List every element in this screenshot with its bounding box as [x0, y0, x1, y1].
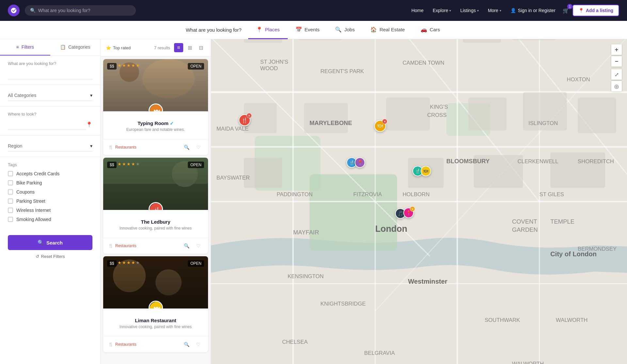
zoom-in-button[interactable]: +	[611, 44, 622, 55]
sign-in-button[interactable]: 👤 Sign in or Register	[506, 5, 559, 16]
real-estate-icon: 🏠	[370, 26, 377, 33]
cart-button[interactable]: 🛒 1	[561, 5, 571, 16]
svg-text:PADDINGTON: PADDINGTON	[277, 191, 313, 198]
location-row: 📍	[8, 119, 92, 130]
marker-circle-7: 📍 ✕	[403, 208, 414, 218]
checkbox-accepts-credit-cards[interactable]	[8, 171, 13, 176]
map-marker-1[interactable]: 🍽 ✕	[374, 120, 386, 132]
search-placeholder-text: What are you looking for?	[38, 8, 90, 13]
category-places[interactable]: 📍 Places	[248, 21, 288, 39]
star-icon: ★	[136, 260, 140, 265]
map-panel[interactable]: ST JOHN'S WOOD REGENT'S PARK MAIDA VALE …	[211, 39, 627, 364]
card-search-button-2[interactable]: 🔍	[182, 340, 191, 349]
zoom-out-button[interactable]: −	[611, 56, 622, 67]
checkbox-coupons[interactable]	[8, 189, 13, 195]
svg-text:CROSS: CROSS	[427, 112, 447, 118]
logo[interactable]	[8, 5, 20, 16]
svg-text:CHELSEA: CHELSEA	[282, 339, 308, 345]
star-icon: ★	[118, 63, 121, 68]
reset-filters-button[interactable]: ↺ Reset Filters	[0, 254, 100, 264]
map-svg: ST JOHN'S WOOD REGENT'S PARK MAIDA VALE …	[211, 39, 627, 364]
nav-more[interactable]: More ▾	[484, 5, 505, 16]
card-search-button-1[interactable]: 🔍	[182, 241, 191, 250]
star-icon: ★	[122, 162, 126, 166]
svg-text:ST JOHN'S: ST JOHN'S	[260, 59, 288, 65]
locate-button[interactable]: ◎	[611, 81, 622, 91]
card-favorite-button-0[interactable]: ♡	[194, 143, 203, 152]
tag-parking-street[interactable]: Parking Street	[8, 198, 92, 204]
map-marker-3[interactable]: 📍	[355, 157, 365, 168]
card-favorite-button-2[interactable]: ♡	[194, 340, 203, 349]
map-marker-7[interactable]: 📍 ✕	[403, 208, 414, 218]
view-list-button[interactable]: ≡	[174, 43, 183, 52]
nav-listings[interactable]: Listings ▾	[456, 5, 482, 16]
tag-smoking-allowed[interactable]: Smoking Allowed	[8, 217, 92, 222]
map-marker-5[interactable]: 🍽	[421, 166, 431, 176]
where-section: Where to look? 📍	[0, 106, 100, 135]
tag-coupons[interactable]: Coupons	[8, 189, 92, 195]
nav-home[interactable]: Home	[408, 5, 427, 16]
card-footer-0: 🍴 Restaurants 🔍 ♡	[103, 139, 208, 155]
svg-rect-28	[578, 98, 616, 133]
tag-bike-parking[interactable]: Bike Parking	[8, 180, 92, 185]
categories-section: All Categories ▾	[0, 85, 100, 106]
search-button[interactable]: 🔍 Search	[8, 235, 92, 250]
card-image-1: $$ ★ ★ ★ ★ ★ OPEN 🍴	[103, 158, 208, 210]
reset-icon: ↺	[36, 254, 39, 259]
card-image-0: $$ ★ ★ ★ ★ ★ OPEN 🍽	[103, 59, 208, 111]
category-jobs[interactable]: 🔍 Jobs	[327, 21, 362, 39]
events-icon: 📅	[296, 26, 302, 33]
star-icon: ★	[118, 260, 121, 265]
view-compact-button[interactable]: ⊟	[196, 43, 205, 52]
category-cars[interactable]: 🚗 Cars	[413, 21, 448, 39]
svg-text:WOOD: WOOD	[260, 65, 278, 71]
category-real-estate[interactable]: 🏠 Real Estate	[362, 21, 413, 39]
star-icon: ★	[127, 63, 131, 68]
svg-rect-17	[298, 39, 342, 40]
card-actions-0: 🔍 ♡	[182, 143, 203, 152]
checkbox-wireless-internet[interactable]	[8, 208, 13, 213]
listing-card-2: $$ ★ ★ ★ ★ ★ OPEN 🍽 Liman Restaurant Inn…	[103, 256, 208, 352]
stars-row-2: ★ ★ ★ ★ ★	[118, 260, 140, 265]
listing-card-1: $$ ★ ★ ★ ★ ★ OPEN 🍴 The Ledbury Innovati…	[103, 158, 208, 254]
svg-text:SHOREDITCH: SHOREDITCH	[578, 158, 614, 165]
card-favorite-button-1[interactable]: ♡	[194, 241, 203, 250]
region-select[interactable]: Region ▾	[8, 141, 92, 151]
svg-rect-25	[386, 98, 430, 131]
nav-explore[interactable]: Explore ▾	[429, 5, 455, 16]
svg-text:BERMONDSEY: BERMONDSEY	[578, 246, 617, 252]
price-badge-2: $$	[107, 260, 117, 267]
star-icon: ★	[131, 162, 135, 166]
tag-wireless-internet[interactable]: Wireless Internet	[8, 208, 92, 213]
view-grid-button[interactable]: ⊞	[185, 43, 194, 52]
sidebar: ≡ Filters 📋 Categories What are you look…	[0, 39, 101, 364]
marker-x-1: ✕	[382, 119, 387, 124]
card-actions-1: 🔍 ♡	[182, 241, 203, 250]
what-input[interactable]	[8, 69, 92, 79]
location-pin-icon[interactable]: 📍	[86, 121, 92, 128]
card-search-button-0[interactable]: 🔍	[182, 143, 191, 152]
tab-filters[interactable]: ≡ Filters	[0, 39, 50, 55]
expand-map-button[interactable]: ⤢	[611, 69, 622, 80]
star-icon: ★	[136, 162, 140, 166]
location-input[interactable]	[8, 119, 86, 130]
tag-accepts-credit-cards[interactable]: Accepts Credit Cards	[8, 171, 92, 176]
chevron-down-icon: ▾	[90, 93, 92, 98]
sidebar-tabs: ≡ Filters 📋 Categories	[0, 39, 100, 56]
checkbox-parking-street[interactable]	[8, 198, 13, 204]
checkbox-smoking-allowed[interactable]	[8, 217, 13, 222]
chevron-down-icon: ▾	[449, 9, 451, 12]
add-listing-button[interactable]: 📍 Add a listing	[572, 5, 619, 16]
svg-text:TEMPLE: TEMPLE	[550, 218, 574, 225]
top-rated-filter[interactable]: ⭐ Top rated	[106, 45, 131, 50]
category-events[interactable]: 📅 Events	[288, 21, 328, 39]
all-categories-select[interactable]: All Categories ▾	[8, 90, 92, 101]
search-icon: 🔍	[30, 8, 36, 13]
svg-text:HOXTON: HOXTON	[567, 76, 590, 83]
map-marker-0[interactable]: 🍴 ✕	[239, 114, 250, 126]
svg-text:MAYFAIR: MAYFAIR	[293, 229, 319, 236]
open-badge-0: OPEN	[188, 63, 204, 70]
tab-categories[interactable]: 📋 Categories	[50, 39, 101, 55]
checkbox-bike-parking[interactable]	[8, 180, 13, 185]
nav-search-bar[interactable]: 🔍 What are you looking for?	[25, 5, 136, 16]
